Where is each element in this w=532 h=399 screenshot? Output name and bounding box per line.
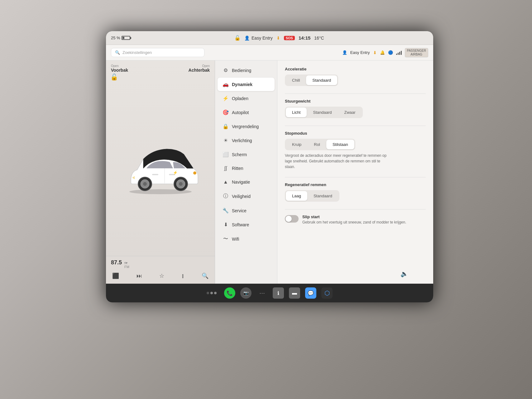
camera-button[interactable]: 📷: [240, 287, 252, 299]
acceleratie-standaard-btn[interactable]: Standaard: [306, 75, 337, 85]
settings-panel: Acceleratie Chill Standaard Stuurgewicht…: [277, 60, 433, 284]
volume-control[interactable]: 🔈: [400, 270, 408, 277]
bell-icon: 🔔: [380, 50, 385, 55]
stopmodus-kruip-btn[interactable]: Kruip: [286, 140, 308, 149]
equalizer-button[interactable]: ⫿: [180, 272, 186, 281]
slip-start-desc: Gebruik om het voertuig uit sneeuw, zand…: [302, 220, 426, 225]
search-box[interactable]: 🔍 Zoekinstellingen: [111, 48, 204, 57]
stopmodus-section: Stopmodus Kruip Rol Stilstaan Vergroot d…: [285, 131, 426, 170]
svg-point-3: [143, 182, 147, 186]
search-media-button[interactable]: 🔍: [200, 271, 210, 281]
open-voorbak-label[interactable]: Open Voorbak: [111, 64, 128, 73]
sidebar-item-scherm[interactable]: ⬜ Scherm: [218, 148, 275, 161]
scherm-label: Scherm: [232, 152, 247, 157]
open-achterbak-label[interactable]: Open Achterbak: [189, 64, 210, 73]
acceleratie-chill-btn[interactable]: Chill: [286, 75, 306, 85]
slip-start-title: Slip start: [302, 214, 426, 219]
stuurgewicht-standaard-btn[interactable]: Standaard: [307, 108, 338, 117]
autopilot-icon: 🎯: [223, 109, 229, 115]
opladen-icon: ⚡: [223, 95, 229, 101]
svg-point-6: [179, 182, 183, 186]
sos-button[interactable]: SOS: [284, 36, 295, 40]
sidebar-item-verlichting[interactable]: ☀ Verlichting: [218, 134, 275, 147]
next-button[interactable]: ⏭: [135, 272, 143, 281]
phone-button[interactable]: 📞: [224, 287, 235, 299]
vergrendeling-label: Vergrendeling: [232, 124, 259, 129]
secondary-header-right: 👤 Easy Entry ⬇ 🔔 🔵 PASSENGER AIRBAG: [342, 48, 428, 57]
person-icon: 👤: [244, 36, 250, 41]
sidebar-item-ritten[interactable]: ∫∫ Ritten: [218, 162, 275, 175]
veiligheid-label: Veiligheid: [232, 194, 251, 199]
more-button[interactable]: ⋯: [256, 287, 268, 299]
regeneratief-standaard-btn[interactable]: Standaard: [307, 191, 338, 201]
signal-bar-3: [399, 52, 400, 55]
dot-2: [210, 292, 213, 294]
stopmodus-rol-btn[interactable]: Rol: [308, 140, 326, 149]
sidebar-item-opladen[interactable]: ⚡ Opladen: [218, 92, 275, 105]
status-bar-center: 🔓 👤 Easy Entry ⬇ SOS 14:15 16°C: [130, 35, 428, 41]
divider-3: [285, 177, 426, 177]
voorbak-open-text: Open: [111, 64, 128, 68]
regeneratief-section: Regeneratief remmen Laag Standaard: [285, 182, 426, 202]
wifi-label: Wifi: [232, 237, 239, 242]
status-user-area[interactable]: 👤 Easy Entry: [244, 36, 273, 41]
screen-bezel: 25 % 🔓 👤 Easy Entry ⬇ SOS 14:15: [106, 31, 433, 302]
media-controls: ⬛ ⏭ ☆ ⫿ 🔍: [111, 271, 210, 281]
bediening-label: Bediening: [232, 68, 251, 73]
regeneratief-label: Regeneratief remmen: [285, 182, 426, 187]
regeneratief-laag-btn[interactable]: Laag: [286, 191, 307, 201]
verlichting-label: Verlichting: [232, 138, 252, 143]
slip-start-toggle[interactable]: [285, 215, 299, 223]
status-bar-left: 25 %: [111, 36, 130, 40]
signal-bar-1: [396, 54, 397, 55]
charging-icon: ⬇: [276, 36, 280, 41]
stop-button[interactable]: ⬛: [111, 271, 120, 281]
passenger-airbag-badge: PASSENGER AIRBAG: [405, 48, 429, 57]
person-icon-2: 👤: [342, 50, 347, 55]
sidebar-item-bediening[interactable]: ⚙ Bediening: [218, 64, 275, 77]
car-visualization: ⚡: [106, 81, 215, 256]
divider-1: [285, 94, 426, 94]
tesla-screen: 25 % 🔓 👤 Easy Entry ⬇ SOS 14:15: [106, 31, 433, 302]
divider-4: [285, 209, 426, 209]
acceleratie-section: Acceleratie Chill Standaard: [285, 67, 426, 86]
unlock-indicator: 🔓: [110, 74, 118, 80]
battery-percent: 25 %: [111, 36, 120, 40]
svg-rect-8: [152, 174, 158, 175]
cards-button[interactable]: ▬: [289, 287, 300, 299]
media-player: 87.5 🗺 FM ⬛ ⏭ ☆ ⫿ 🔍: [106, 256, 215, 284]
stuurgewicht-licht-btn[interactable]: Licht: [286, 108, 307, 117]
sidebar-item-dynamiek[interactable]: 🚗 Dynamiek: [218, 78, 275, 91]
battery-icon: [122, 36, 130, 40]
ritten-icon: ∫∫: [223, 166, 229, 171]
veiligheid-icon: ⓘ: [223, 193, 229, 200]
sidebar-item-autopilot[interactable]: 🎯 Autopilot: [218, 106, 275, 119]
favorites-button[interactable]: ☆: [158, 271, 165, 281]
stopmodus-label: Stopmodus: [285, 131, 426, 136]
stuurgewicht-section: Stuurgewicht Licht Standaard Zwaar: [285, 99, 426, 118]
dynamiek-label: Dynamiek: [232, 82, 252, 87]
info-button[interactable]: ℹ: [273, 287, 284, 299]
sidebar-item-software[interactable]: ⬇ Software: [218, 218, 275, 231]
media-map-icon: 🗺: [124, 262, 129, 265]
battery-fill: [122, 37, 124, 39]
sidebar-item-navigatie[interactable]: ▲ Navigatie: [218, 175, 275, 189]
sidebar-item-service[interactable]: 🔧 Service: [218, 204, 275, 217]
media-frequency: 87.5: [111, 259, 122, 266]
stuurgewicht-zwaar-btn[interactable]: Zwaar: [338, 108, 362, 117]
stopmodus-btn-group: Kruip Rol Stilstaan: [285, 139, 355, 150]
bluetooth-taskbar-button[interactable]: ⬡: [321, 287, 333, 299]
sidebar-item-wifi[interactable]: 〜 Wifi: [218, 232, 275, 246]
achterbak-open-text: Open: [189, 64, 210, 68]
messages-button[interactable]: 💬: [305, 287, 316, 299]
bluetooth-icon: 🔵: [388, 50, 393, 55]
opladen-label: Opladen: [232, 96, 248, 101]
bediening-icon: ⚙: [223, 67, 229, 73]
stopmodus-stilstaan-btn[interactable]: Stilstaan: [326, 140, 354, 149]
sidebar-item-vergrendeling[interactable]: 🔒 Vergrendeling: [218, 120, 275, 133]
car-panel: Open Voorbak Open Achterbak 🔓: [106, 60, 215, 284]
sidebar-item-veiligheid[interactable]: ⓘ Veiligheid: [218, 189, 275, 203]
slip-start-info: Slip start Gebruik om het voertuig uit s…: [302, 214, 426, 225]
autopilot-label: Autopilot: [232, 110, 249, 115]
airbag-line1: PASSENGER: [407, 49, 426, 53]
